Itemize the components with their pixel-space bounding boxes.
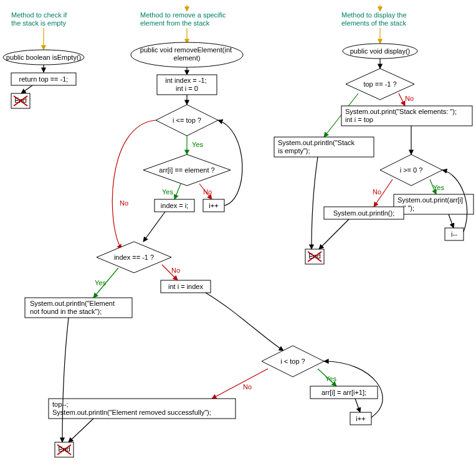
svg-text:Yes: Yes (162, 188, 173, 196)
svg-text:i <= top ?: i <= top ? (173, 116, 201, 124)
svg-text:index == -1 ?: index == -1 ? (114, 254, 154, 261)
start-isempty-label: public boolean isEmpty() (6, 54, 81, 61)
svg-text:top == -1 ?: top == -1 ? (363, 80, 396, 88)
svg-text:No: No (243, 383, 252, 391)
svg-text:End: End (14, 97, 27, 104)
svg-text:arr[i] == element ?: arr[i] == element ? (159, 166, 214, 174)
end-removeelement: End (55, 442, 74, 457)
svg-text:public void display(): public void display() (350, 47, 411, 55)
end-display: End (305, 249, 324, 264)
svg-text:return top == -1;: return top == -1; (19, 75, 69, 83)
svg-text:i++: i++ (356, 415, 365, 422)
svg-text:arr[i] = arr[i+1];: arr[i] = arr[i+1]; (321, 389, 366, 396)
svg-text:Yes: Yes (95, 279, 106, 287)
svg-text:Yes: Yes (325, 375, 336, 382)
svg-text:i < top ?: i < top ? (280, 358, 305, 365)
flowchart-display: Method to display the elements of the st… (274, 5, 474, 264)
svg-text:No: No (405, 95, 414, 102)
svg-text:No: No (203, 188, 212, 196)
svg-text:Yes: Yes (192, 141, 203, 148)
svg-text:No: No (120, 199, 128, 207)
svg-text:i--: i-- (451, 230, 457, 238)
comment-display: Method to display the elements of the st… (341, 11, 409, 27)
svg-text:index = i;: index = i; (161, 202, 188, 209)
svg-text:No: No (171, 267, 180, 274)
end-isempty: End (11, 93, 30, 108)
comment-remove: Method to remove a specific element from… (140, 11, 228, 27)
svg-text:End: End (58, 445, 70, 453)
svg-text:No: No (373, 188, 381, 196)
svg-text:End: End (308, 252, 321, 260)
svg-text:int i = index: int i = index (168, 283, 203, 290)
flowchart-diagram: Method to check if the stack is empty pu… (0, 0, 476, 474)
flowchart-isempty: Method to check if the stack is empty pu… (3, 11, 84, 108)
comment-isempty: Method to check if the stack is empty (11, 11, 69, 27)
svg-text:i >= 0 ?: i >= 0 ? (400, 166, 423, 174)
svg-text:Yes: Yes (433, 184, 444, 191)
svg-text:i++: i++ (209, 202, 218, 209)
flowchart-removeelement: Method to remove a specific element from… (25, 5, 383, 457)
svg-text:System.out.println();: System.out.println(); (333, 209, 394, 217)
